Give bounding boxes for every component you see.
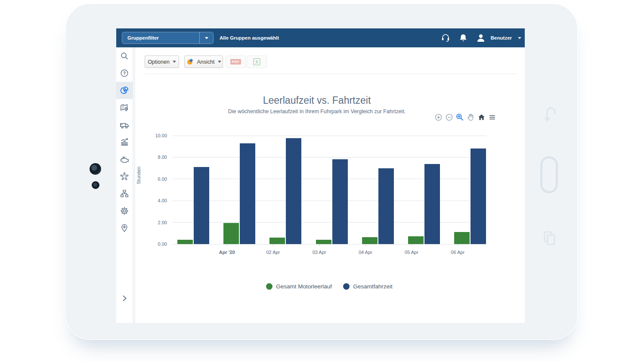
reports-pie-icon — [120, 86, 129, 95]
copy-icon — [543, 231, 557, 246]
top-navigation-bar: Gruppenfilter Alle Gruppen ausgewählt Be… — [116, 28, 525, 47]
gridline — [172, 136, 486, 136]
chevron-down-icon — [173, 61, 176, 63]
chevron-down-icon — [218, 61, 221, 63]
options-button-label: Optionen — [148, 59, 170, 65]
chevron-right-icon — [121, 294, 128, 302]
sidebar-item-groups[interactable] — [116, 185, 133, 202]
plot-area: 0.002.004.006.008.0010.00Apr '2002 Apr03… — [172, 136, 486, 244]
sidebar-item-search[interactable] — [116, 47, 133, 65]
groups-selected-text: Alle Gruppen ausgewählt — [220, 28, 279, 47]
bar-gesamt-motorleerlauf-6[interactable] — [454, 232, 470, 244]
chevron-down-icon — [518, 37, 521, 39]
bar-gesamtfahrzeit-3[interactable] — [332, 159, 348, 244]
sidebar-item-help[interactable]: ? — [116, 65, 133, 82]
home-icon[interactable] — [477, 113, 486, 121]
chevron-down-icon — [205, 37, 208, 39]
options-button[interactable]: Optionen — [145, 56, 179, 68]
group-filter-label: Gruppenfilter — [122, 35, 199, 40]
sidebar-item-vehicles[interactable] — [116, 116, 133, 133]
view-button[interactable]: Ansicht — [184, 56, 223, 68]
bar-gesamt-motorleerlauf-5[interactable] — [408, 236, 424, 244]
sidebar-item-settings[interactable] — [116, 202, 133, 220]
magnifier-zoom-icon[interactable] — [455, 113, 464, 121]
sprocket-icon — [120, 172, 129, 181]
legend-item-gesamt-motorleerlauf[interactable]: Gesamt Motorleerlauf — [266, 283, 332, 290]
sidebar-item-map[interactable] — [116, 99, 133, 116]
map-pin-icon — [120, 103, 129, 112]
legend-dot-icon — [266, 283, 272, 290]
sidebar-expand-button[interactable] — [116, 291, 133, 306]
bar-gesamtfahrzeit-0[interactable] — [194, 167, 209, 244]
y-tick-label: 0.00 — [158, 241, 167, 247]
view-button-label: Ansicht — [197, 59, 215, 65]
x-tick-label: Apr '20 — [219, 250, 235, 255]
bar-gesamt-motorleerlauf-4[interactable] — [362, 237, 378, 244]
pie-chart-color-icon — [186, 58, 194, 66]
bar-gesamtfahrzeit-6[interactable] — [471, 149, 486, 244]
report-panel: Optionen Ansicht PDF X Leerlaufzeit vs. … — [135, 47, 525, 323]
y-tick-label: 4.00 — [158, 198, 167, 203]
stylus-slot-icon — [540, 156, 558, 193]
menu-icon[interactable] — [488, 113, 496, 121]
x-tick-label: 06 Apr — [451, 250, 464, 255]
x-tick-mark — [412, 244, 412, 246]
help-icon: ? — [120, 68, 129, 78]
sidebar-item-productivity[interactable] — [116, 133, 133, 151]
group-filter-dropdown-arrow[interactable] — [199, 32, 213, 43]
zones-pin-icon — [120, 223, 129, 233]
search-icon — [120, 51, 129, 61]
bar-gesamtfahrzeit-2[interactable] — [286, 138, 301, 244]
bar-gesamt-motorleerlauf-0[interactable] — [177, 240, 193, 244]
bar-gesamtfahrzeit-5[interactable] — [424, 164, 440, 244]
legend-item-gesamtfahrzeit[interactable]: Gesamtfahrzeit — [343, 283, 393, 290]
sidebar-item-sprocket[interactable] — [116, 168, 133, 185]
x-tick-mark — [458, 244, 458, 246]
export-excel-button[interactable]: X — [247, 56, 267, 68]
gridline — [172, 157, 486, 158]
x-tick-label: 05 Apr — [405, 250, 418, 255]
toolbar-divider — [145, 74, 516, 74]
svg-text:?: ? — [123, 71, 126, 76]
chart-toolbar — [434, 113, 496, 121]
sidebar-item-zones[interactable] — [116, 220, 133, 237]
app-screen: Gruppenfilter Alle Gruppen ausgewählt Be… — [116, 28, 525, 323]
y-tick-label: 6.00 — [158, 176, 167, 182]
sidebar-item-engine[interactable] — [116, 151, 133, 168]
group-filter-button[interactable]: Gruppenfilter — [122, 32, 214, 44]
legend-label: Gesamt Motorleerlauf — [276, 283, 332, 290]
pan-hand-icon[interactable] — [466, 113, 475, 121]
excel-icon: X — [253, 58, 260, 65]
chart-subtitle: Die wöchentliche Leerlaufzeit in Ihrem F… — [188, 108, 446, 114]
x-tick-mark — [273, 244, 273, 246]
productivity-chart-icon — [120, 137, 129, 147]
bar-gesamtfahrzeit-1[interactable] — [240, 143, 255, 244]
user-icon[interactable] — [474, 31, 488, 45]
export-pdf-button[interactable]: PDF — [226, 56, 246, 68]
bar-gesamtfahrzeit-4[interactable] — [378, 168, 394, 244]
bar-gesamt-motorleerlauf-2[interactable] — [269, 238, 285, 244]
x-tick-mark — [365, 244, 366, 246]
u-turn-arrow-icon — [543, 106, 556, 124]
settings-gear-icon — [120, 206, 129, 216]
x-tick-mark — [227, 244, 227, 246]
user-menu-label[interactable]: Benutzer — [491, 35, 512, 40]
legend-label: Gesamtfahrzeit — [353, 283, 393, 290]
y-tick-label: 2.00 — [158, 220, 167, 225]
headset-icon[interactable] — [439, 31, 452, 45]
sidebar-nav: ? — [116, 47, 133, 323]
pdf-icon: PDF — [230, 59, 242, 65]
zoom-in-circle-icon[interactable] — [434, 113, 443, 121]
chart-legend: Gesamt MotorleerlaufGesamtfahrzeit — [172, 283, 486, 290]
sidebar-item-reports[interactable] — [116, 82, 133, 99]
x-tick-label: 03 Apr — [313, 250, 326, 255]
org-tree-icon — [120, 189, 129, 198]
camera-lens-icon — [90, 163, 101, 175]
bar-gesamt-motorleerlauf-1[interactable] — [223, 223, 239, 244]
bell-icon[interactable] — [456, 31, 470, 45]
y-tick-label: 8.00 — [158, 155, 167, 160]
zoom-out-circle-icon[interactable] — [445, 113, 453, 121]
chart-title: Leerlaufzeit vs. Fahrtzeit — [188, 95, 446, 106]
bar-gesamt-motorleerlauf-3[interactable] — [316, 240, 331, 244]
y-tick-label: 10.00 — [155, 133, 167, 138]
